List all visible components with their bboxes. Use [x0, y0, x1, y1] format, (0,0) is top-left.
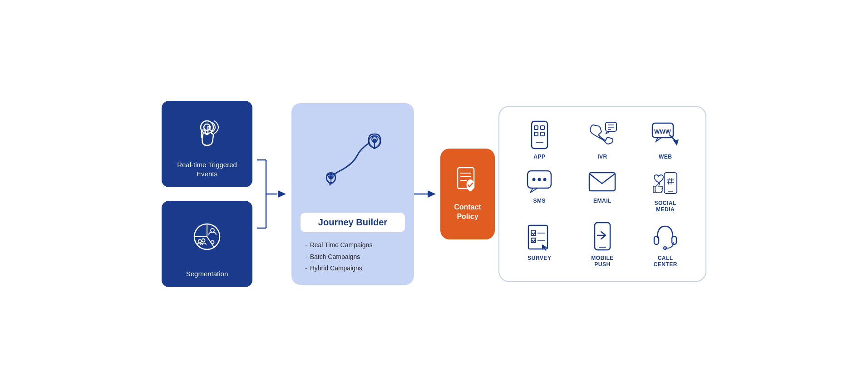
campaign-item-3: Hybrid Campaigns: [305, 263, 405, 274]
svg-rect-35: [606, 122, 616, 131]
channel-app: APP: [517, 120, 562, 160]
svg-rect-63: [672, 236, 676, 244]
svg-point-45: [538, 178, 541, 181]
svg-point-44: [533, 178, 536, 181]
svg-line-53: [671, 178, 672, 184]
bracket-connector: [252, 128, 280, 260]
app-icon: [527, 120, 552, 150]
svg-marker-14: [278, 190, 286, 198]
channel-social-media: SOCIAL MEDIA: [643, 169, 688, 213]
call-center-label: CALL CENTER: [653, 255, 677, 268]
sms-icon: [526, 169, 553, 194]
svg-rect-32: [534, 132, 538, 136]
survey-label: SURVEY: [528, 255, 551, 261]
svg-line-52: [668, 178, 669, 184]
svg-point-7: [198, 240, 202, 243]
call-center-icon: [651, 222, 680, 251]
segmentation-label: Segmentation: [186, 269, 228, 279]
web-label: WEB: [659, 154, 672, 160]
email-label: EMAIL: [593, 198, 612, 204]
channels-row-1: APP IVR: [510, 120, 695, 160]
channel-email: EMAIL: [580, 169, 625, 213]
channel-survey: SURVEY: [517, 222, 562, 268]
svg-point-46: [543, 178, 547, 181]
svg-text:WWW: WWW: [654, 128, 671, 135]
arrow2: [414, 187, 437, 201]
channel-web: WWW WEB: [643, 120, 688, 160]
channels-row-2: SMS EMAIL: [510, 169, 695, 213]
svg-rect-47: [589, 173, 615, 191]
svg-point-9: [211, 241, 214, 244]
journey-campaigns-list: Real Time Campaigns Batch Campaigns Hybr…: [301, 239, 405, 274]
channel-ivr: IVR: [580, 120, 625, 160]
journey-builder-box: Journey Builder Real Time Campaigns Batc…: [291, 103, 414, 285]
svg-rect-54: [528, 225, 547, 249]
svg-marker-24: [428, 190, 436, 198]
journey-icon: [301, 114, 405, 205]
ivr-icon: [587, 120, 618, 150]
mobile-push-label: MOBILE PUSH: [591, 255, 614, 268]
channels-box: APP IVR: [498, 106, 706, 282]
svg-rect-31: [541, 126, 544, 129]
survey-icon: [526, 222, 553, 251]
channel-mobile-push: MOBILE PUSH: [580, 222, 625, 268]
real-time-triggered-events-box: Real-time Triggered Events: [162, 101, 252, 187]
real-time-label: Real-time Triggered Events: [171, 160, 243, 178]
ivr-label: IVR: [597, 154, 607, 160]
segmentation-box: Segmentation: [162, 201, 252, 287]
channels-row-3: SURVEY MOBILE PUSH: [510, 222, 695, 268]
contact-policy-icon: [454, 167, 481, 198]
email-icon: [587, 169, 617, 194]
contact-policy-box: Contact Policy: [440, 149, 495, 239]
left-column: Real-time Triggered Events: [162, 101, 252, 287]
svg-rect-48: [664, 173, 677, 194]
journey-title: Journey Builder: [301, 213, 405, 232]
touch-icon: [189, 110, 225, 155]
social-media-icon: [651, 169, 680, 196]
channel-call-center: CALL CENTER: [643, 222, 688, 268]
social-media-label: SOCIAL MEDIA: [654, 200, 676, 213]
campaign-item-2: Batch Campaigns: [305, 251, 405, 263]
svg-point-8: [202, 239, 205, 242]
campaign-item-1: Real Time Campaigns: [305, 239, 405, 251]
sms-label: SMS: [533, 198, 546, 204]
svg-rect-33: [541, 132, 544, 136]
main-diagram: Real-time Triggered Events: [162, 99, 706, 289]
channel-sms: SMS: [517, 169, 562, 213]
svg-rect-30: [534, 126, 538, 129]
mobile-push-icon: [591, 222, 614, 251]
svg-rect-59: [595, 223, 610, 250]
app-label: APP: [533, 154, 545, 160]
svg-marker-42: [673, 139, 679, 146]
svg-rect-62: [654, 236, 659, 244]
contact-policy-label: Contact Policy: [446, 203, 489, 222]
svg-point-6: [211, 229, 214, 232]
segmentation-icon: [189, 210, 225, 264]
arrow1: [278, 187, 291, 201]
web-icon: WWW: [651, 120, 680, 150]
